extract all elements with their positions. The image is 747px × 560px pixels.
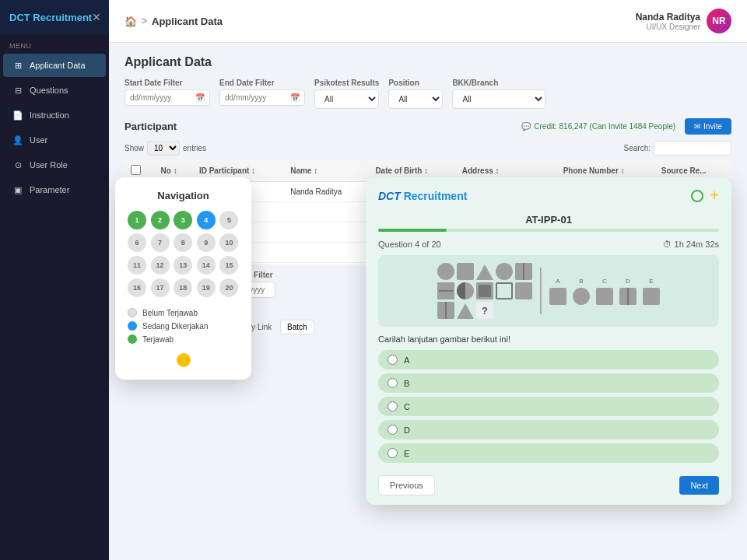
show-entries: Show 10 25 50 entries	[124, 141, 206, 156]
sidebar-item-questions[interactable]: ⊟ Questions	[3, 79, 106, 102]
nav-modal-footer	[128, 353, 239, 367]
exam-options: ABCDE	[366, 350, 731, 469]
cell-1-2	[457, 263, 474, 280]
exam-plus-icon[interactable]: +	[710, 187, 719, 205]
search-input[interactable]	[654, 141, 731, 156]
sidebar-item-label: Questions	[30, 86, 68, 95]
nav-btn-8[interactable]: 8	[174, 233, 192, 252]
nav-btn-13[interactable]: 13	[174, 256, 192, 275]
sidebar-item-user-role[interactable]: ⊙ User Role	[3, 153, 106, 177]
nav-btn-14[interactable]: 14	[197, 256, 216, 275]
radio-A[interactable]	[388, 355, 398, 365]
nav-btn-12[interactable]: 12	[151, 256, 170, 275]
end-date-input-wrap[interactable]: 📅	[219, 89, 305, 106]
exam-option-E[interactable]: E	[378, 443, 719, 463]
questions-icon: ⊟	[12, 85, 23, 96]
exam-option-B[interactable]: B	[378, 373, 719, 393]
sidebar-item-instruction[interactable]: 📄 Instruction	[3, 103, 106, 127]
sidebar-item-applicant-data[interactable]: ⊞ Applicant Data	[3, 54, 106, 77]
sidebar-item-label: User Role	[30, 160, 68, 170]
select-all-checkbox[interactable]	[131, 165, 141, 175]
timer-value: 1h 24m 32s	[675, 240, 719, 249]
matrix-display: ? A B C D E	[437, 263, 660, 319]
nav-btn-10[interactable]: 10	[219, 233, 238, 252]
sidebar-header: DCT Recruitment ✕	[0, 0, 109, 34]
entries-select[interactable]: 10 25 50	[147, 141, 180, 156]
whatsapp-icon: 💬	[521, 122, 531, 131]
position-select[interactable]: All	[388, 89, 443, 109]
bkk-label: BKK/Branch	[452, 79, 545, 87]
nav-btn-1[interactable]: 1	[128, 211, 146, 229]
legend-dot-answered	[128, 334, 137, 344]
cell-1-4	[496, 263, 513, 280]
radio-C[interactable]	[388, 401, 398, 411]
nav-btn-20[interactable]: 20	[219, 278, 238, 297]
bkk-select[interactable]: All	[452, 89, 545, 109]
exam-progress-bar	[378, 229, 719, 232]
user-icon: 👤	[12, 135, 23, 145]
legend-label-ongoing: Sedang Dikerjakan	[142, 322, 209, 331]
nav-btn-5[interactable]: 5	[219, 211, 238, 229]
start-date-input[interactable]	[130, 93, 192, 102]
cell-2-2	[457, 282, 474, 299]
sidebar-close-button[interactable]: ✕	[92, 11, 101, 23]
option-label-D: D	[404, 425, 410, 435]
sidebar-item-user[interactable]: 👤 User	[3, 128, 106, 152]
exam-logo: DCT Recruitment	[378, 190, 467, 202]
legend-answered: Terjawab	[128, 334, 239, 344]
end-date-label: End Date Filter	[219, 79, 305, 87]
nav-btn-16[interactable]: 16	[128, 278, 146, 297]
user-name: Nanda Raditya	[636, 12, 700, 23]
matrix-main: ? A B C D E	[437, 263, 660, 319]
radio-D[interactable]	[388, 425, 398, 435]
calendar-icon: 📅	[195, 93, 205, 102]
row-name: Nanda Raditya	[284, 182, 369, 202]
sidebar-item-label: Applicant Data	[30, 61, 86, 70]
nav-btn-7[interactable]: 7	[151, 233, 170, 252]
previous-button[interactable]: Previous	[378, 475, 435, 495]
start-date-input-wrap[interactable]: 📅	[124, 89, 210, 106]
navigation-modal: Navigation 12345678910111213141516171819…	[115, 177, 251, 380]
filters-row: Start Date Filter 📅 End Date Filter 📅 Ps…	[124, 79, 731, 109]
sidebar-menu-label: Menu	[0, 34, 109, 53]
nav-btn-4[interactable]: 4	[197, 211, 216, 229]
sidebar-item-label: Instruction	[30, 110, 69, 120]
nav-btn-6[interactable]: 6	[128, 233, 146, 252]
nav-yellow-dot	[177, 353, 191, 367]
matrix-row-3: ?	[437, 302, 532, 319]
nav-btn-18[interactable]: 18	[174, 278, 192, 297]
nav-btn-2[interactable]: 2	[151, 211, 170, 229]
psikotest-select[interactable]: All	[314, 89, 379, 109]
nav-btn-9[interactable]: 9	[197, 233, 216, 252]
legend-dot-unanswered	[128, 308, 137, 317]
legend-dot-ongoing	[128, 321, 137, 331]
exam-option-D[interactable]: D	[378, 420, 719, 439]
col-name: Name ↕	[284, 160, 369, 182]
nav-btn-19[interactable]: 19	[197, 278, 216, 297]
bkk-filter: BKK/Branch All	[452, 79, 545, 109]
exam-option-C[interactable]: C	[378, 397, 719, 416]
row-name	[284, 243, 369, 263]
nav-btn-17[interactable]: 17	[151, 278, 170, 297]
radio-B[interactable]	[388, 378, 398, 388]
exam-header-right: +	[691, 187, 719, 205]
batch-button[interactable]: Batch	[280, 320, 314, 334]
row-name	[284, 202, 369, 222]
end-date-input[interactable]	[225, 93, 287, 102]
exam-question-text: Carilah lanjutan gambar berikut ini!	[366, 334, 731, 350]
answer-options-display: A B C D E	[549, 278, 660, 305]
legend-unanswered: Belum Terjawab	[128, 308, 239, 317]
psikotest-label: Psikotest Results	[314, 79, 379, 87]
user-avatar: NR	[707, 9, 731, 33]
cell-2-4	[496, 282, 513, 299]
next-button[interactable]: Next	[679, 476, 719, 495]
invite-button[interactable]: ✉ Invite	[685, 118, 731, 135]
nav-btn-3[interactable]: 3	[174, 211, 192, 229]
table-controls: Show 10 25 50 entries Search:	[124, 141, 731, 156]
exam-option-A[interactable]: A	[378, 350, 719, 369]
radio-E[interactable]	[388, 448, 398, 458]
clock-icon: ⏱	[663, 240, 672, 249]
nav-btn-15[interactable]: 15	[219, 256, 238, 275]
nav-btn-11[interactable]: 11	[128, 256, 146, 275]
sidebar-item-parameter[interactable]: ▣ Parameter	[3, 178, 106, 201]
